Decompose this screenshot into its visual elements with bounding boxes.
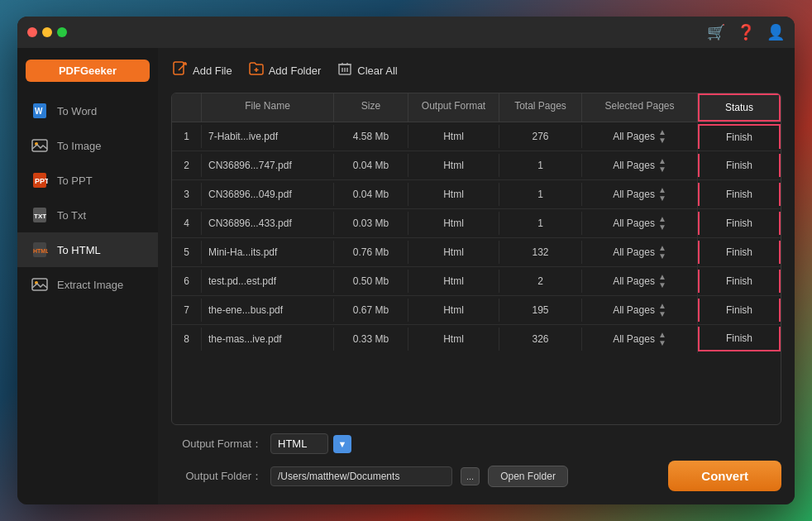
sidebar-item-extract-image[interactable]: Extract Image (17, 267, 158, 302)
svg-text:W: W (35, 107, 43, 116)
cart-icon[interactable]: 🛒 (707, 23, 725, 41)
cell-filename: CN36896...433.pdf (202, 212, 334, 235)
cell-status: Finish (698, 270, 781, 293)
folder-row: Output Folder： ... Open Folder Convert (171, 461, 781, 491)
table-body: 1 7-Habit...ive.pdf 4.58 Mb Html 276 All… (172, 122, 781, 424)
cell-pages: 132 (499, 241, 582, 264)
pages-spinner[interactable]: ▲▼ (658, 215, 666, 232)
col-size: Size (334, 93, 408, 122)
add-file-icon (173, 61, 188, 79)
cell-num: 1 (172, 125, 202, 148)
sidebar-item-label: To PPT (57, 174, 93, 187)
cell-status: Finish (698, 327, 781, 351)
open-folder-button[interactable]: Open Folder (488, 466, 568, 487)
table-row: 2 CN36896...747.pdf 0.04 Mb Html 1 All P… (172, 151, 781, 180)
pages-spinner[interactable]: ▲▼ (658, 244, 666, 260)
sidebar-item-label: To Word (57, 105, 97, 117)
add-folder-button[interactable]: Add Folder (247, 58, 323, 83)
titlebar: 🛒 ❓ 👤 (17, 17, 795, 48)
format-row: Output Format： HTML ▼ (171, 433, 781, 454)
cell-format: Html (408, 125, 499, 148)
add-folder-icon (249, 61, 264, 79)
app-content: PDFGeeker W To Word To Image PPT To PPT (17, 48, 795, 504)
table-row: 6 test.pd...est.pdf 0.50 Mb Html 2 All P… (172, 267, 781, 296)
format-dropdown-button[interactable]: ▼ (333, 435, 351, 453)
cell-size: 0.33 Mb (334, 327, 408, 351)
bottom-area: Output Format： HTML ▼ Output Folder： ...… (171, 425, 781, 495)
cell-filename: 7-Habit...ive.pdf (202, 125, 334, 148)
cell-status: Finish (698, 154, 781, 177)
cell-selected[interactable]: All Pages ▲▼ (582, 296, 698, 324)
folder-label: Output Folder： (171, 469, 262, 484)
cell-format: Html (408, 299, 499, 322)
cell-size: 0.04 Mb (334, 154, 408, 177)
cell-filename: CN36896...049.pdf (202, 183, 334, 206)
cell-size: 0.03 Mb (334, 212, 408, 235)
account-icon[interactable]: 👤 (767, 23, 785, 41)
svg-line-13 (179, 63, 186, 70)
cell-selected[interactable]: All Pages ▲▼ (582, 122, 698, 151)
table-row: 7 the-ene...bus.pdf 0.67 Mb Html 195 All… (172, 296, 781, 325)
main-area: Add File Add Folder Clear All (158, 48, 795, 504)
svg-text:HTML: HTML (33, 248, 48, 254)
close-button[interactable] (27, 27, 37, 37)
cell-pages: 1 (499, 154, 582, 177)
sidebar-item-to-txt[interactable]: TXT To Txt (17, 198, 158, 232)
minimize-button[interactable] (42, 27, 52, 37)
app-window: 🛒 ❓ 👤 PDFGeeker W To Word To Image (17, 17, 795, 504)
cell-filename: the-mas...ive.pdf (202, 327, 334, 351)
titlebar-icons: 🛒 ❓ 👤 (707, 23, 785, 41)
cell-status: Finish (698, 212, 781, 235)
cell-size: 0.50 Mb (334, 270, 408, 293)
cell-selected[interactable]: All Pages ▲▼ (582, 151, 698, 179)
col-filename: File Name (202, 93, 334, 122)
sidebar-item-to-html[interactable]: HTML To HTML (17, 232, 158, 267)
cell-pages: 326 (499, 327, 582, 351)
pages-spinner[interactable]: ▲▼ (658, 273, 666, 289)
folder-path-input[interactable] (270, 466, 452, 486)
cell-num: 5 (172, 241, 202, 264)
cell-format: Html (408, 212, 499, 235)
cell-selected[interactable]: All Pages ▲▼ (582, 180, 698, 208)
table-row: 5 Mini-Ha...its.pdf 0.76 Mb Html 132 All… (172, 238, 781, 267)
col-selected: Selected Pages (582, 93, 698, 122)
cell-num: 7 (172, 299, 202, 322)
cell-pages: 1 (499, 183, 582, 206)
pages-spinner[interactable]: ▲▼ (658, 302, 666, 318)
cell-selected[interactable]: All Pages ▲▼ (582, 267, 698, 295)
convert-button[interactable]: Convert (668, 461, 781, 491)
cell-status: Finish (698, 124, 781, 149)
sidebar-item-to-ppt[interactable]: PPT To PPT (17, 163, 158, 198)
clear-all-icon (337, 61, 352, 79)
col-status: Status (698, 93, 781, 122)
toolbar: Add File Add Folder Clear All (171, 58, 781, 83)
traffic-lights (27, 27, 67, 37)
format-value: HTML (270, 433, 328, 454)
browse-button[interactable]: ... (461, 467, 480, 485)
pages-spinner[interactable]: ▲▼ (658, 157, 666, 174)
add-folder-label: Add Folder (269, 65, 322, 77)
pages-spinner[interactable]: ▲▼ (658, 128, 666, 145)
cell-format: Html (408, 241, 499, 264)
html-icon: HTML (31, 241, 49, 259)
cell-selected[interactable]: All Pages ▲▼ (582, 238, 698, 266)
help-icon[interactable]: ❓ (737, 23, 755, 41)
cell-size: 0.67 Mb (334, 299, 408, 322)
sidebar-item-to-image[interactable]: To Image (17, 128, 158, 163)
cell-selected[interactable]: All Pages ▲▼ (582, 209, 698, 237)
image-icon (31, 136, 49, 155)
add-file-button[interactable]: Add File (171, 58, 234, 83)
svg-rect-10 (32, 279, 47, 290)
cell-filename: Mini-Ha...its.pdf (202, 241, 334, 264)
sidebar-item-to-word[interactable]: W To Word (17, 93, 158, 128)
cell-pages: 276 (499, 125, 582, 148)
format-label: Output Format： (171, 437, 262, 452)
cell-selected[interactable]: All Pages ▲▼ (582, 325, 698, 353)
table-row: 3 CN36896...049.pdf 0.04 Mb Html 1 All P… (172, 180, 781, 209)
pages-spinner[interactable]: ▲▼ (658, 186, 666, 203)
svg-rect-2 (32, 140, 47, 151)
maximize-button[interactable] (57, 27, 67, 37)
pages-spinner[interactable]: ▲▼ (658, 331, 666, 347)
clear-all-button[interactable]: Clear All (336, 58, 399, 83)
col-num (172, 93, 202, 122)
